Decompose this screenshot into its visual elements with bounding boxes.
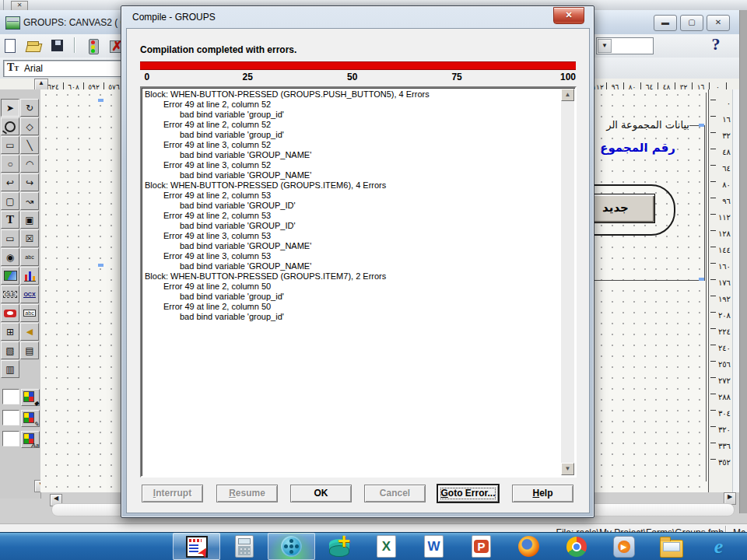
tool-arc-tool[interactable]: ◠ (20, 155, 39, 173)
scroll-down-icon[interactable]: ▼ (561, 463, 574, 475)
error-line[interactable]: Error 49 at line 2, column 50 (143, 302, 559, 312)
open-icon[interactable] (25, 37, 42, 54)
tool-ellipse-tool[interactable]: ○ (1, 155, 19, 173)
text-color-well-picker[interactable]: Aa (21, 431, 40, 448)
line-color-well[interactable] (2, 410, 19, 425)
tool-line-tool[interactable]: ╲ (20, 136, 39, 154)
tool-push-button-tool[interactable]: ▭ (1, 229, 19, 247)
taskbar-item-media-play[interactable] (600, 533, 647, 560)
error-line[interactable]: Block: WHEN-BUTTON-PRESSED (GROUPS.PUSH_… (143, 89, 559, 100)
tool-text-editor-tool[interactable]: ▤ (20, 341, 39, 359)
taskbar-item-media-player[interactable] (268, 533, 315, 560)
icon-glyph: X (382, 539, 391, 555)
tool-rotate-tool[interactable]: ↻ (20, 99, 39, 117)
taskbar-item-internet-explorer[interactable]: e (695, 533, 742, 560)
tool-tab-canvas-tool[interactable]: ▧ (1, 341, 19, 359)
line-color-well-picker[interactable]: ✎ (21, 410, 40, 427)
scroll-up-icon[interactable]: ▲ (561, 89, 574, 101)
tool-display-item-tool[interactable]: abc (20, 304, 39, 322)
palette-icon: ✎ (33, 421, 39, 428)
taskbar-item-firefox[interactable] (505, 533, 552, 560)
taskbar-item-explorer[interactable] (647, 533, 695, 560)
error-line[interactable]: Error 49 at line 2, column 53 (143, 191, 559, 201)
tool-display-eye-tool[interactable] (1, 304, 19, 322)
tool-sound-item-tool[interactable]: ◀ (20, 323, 39, 341)
taskbar-item-add-coins[interactable] (315, 533, 363, 560)
taskbar-item-excel[interactable]: X (363, 533, 410, 560)
taskbar-item-word[interactable]: W (410, 533, 458, 560)
tool-stacked-canvas-tool[interactable]: ▥ (1, 360, 19, 378)
taskbar-item-powerpoint[interactable]: P (458, 533, 505, 560)
error-line[interactable]: bad bind variable 'group_id' (143, 292, 559, 302)
font-select[interactable]: TT Arial (3, 60, 123, 77)
run-form-icon[interactable] (84, 37, 101, 54)
error-line[interactable]: bad bind variable 'group_id' (143, 130, 559, 140)
fill-color-well[interactable] (2, 389, 19, 404)
list-scrollbar[interactable]: ▲ ▼ (561, 89, 574, 475)
error-listbox[interactable]: Block: WHEN-BUTTON-PRESSED (GROUPS.PUSH_… (140, 86, 577, 478)
error-line[interactable]: Error 49 at line 2, column 52 (143, 120, 559, 130)
error-line[interactable]: bad bind variable 'GROUP_NAME' (143, 241, 559, 251)
error-line[interactable]: bad bind variable 'GROUP_ID' (143, 221, 559, 231)
maximize-button[interactable]: ▢ (680, 15, 703, 31)
error-line[interactable]: Error 49 at line 3, column 52 (143, 160, 559, 170)
error-line[interactable]: bad bind variable 'GROUP_NAME' (143, 170, 559, 180)
text-color-well[interactable] (2, 431, 19, 446)
error-line[interactable]: Error 49 at line 2, column 50 (143, 282, 559, 292)
tool-list-item-tool[interactable]: ⊞ (1, 323, 19, 341)
chevron-down-icon[interactable]: ▼ (598, 39, 612, 53)
polyline-tool-icon: ↩ (6, 177, 14, 188)
ok-button[interactable]: OK (290, 485, 352, 502)
tool-rectangle-tool[interactable]: ▭ (1, 136, 19, 154)
tool-image-item-tool[interactable] (1, 267, 19, 285)
tool-polygon-tool[interactable]: ↪ (20, 173, 39, 191)
display-eye-tool-icon (4, 310, 16, 317)
error-line[interactable]: Error 49 at line 3, column 53 (143, 231, 559, 241)
help-icon[interactable]: ? (707, 34, 725, 56)
save-icon[interactable] (49, 37, 66, 54)
tool-freehand-tool[interactable]: ↝ (20, 192, 39, 210)
taskbar-item-forms-builder[interactable] (173, 533, 220, 560)
excel-icon: X (377, 535, 396, 558)
tool-ole-container-tool[interactable]: OLE (1, 285, 19, 303)
error-line[interactable]: Error 49 at line 3, column 53 (143, 251, 559, 261)
error-line[interactable]: bad bind variable 'GROUP_NAME' (143, 150, 559, 160)
error-line[interactable]: Error 49 at line 2, column 53 (143, 211, 559, 221)
new-icon[interactable] (2, 37, 19, 54)
error-line[interactable]: Block: WHEN-BUTTON-PRESSED (GROUPS.ITEM6… (143, 180, 559, 191)
tool-magnify-tool[interactable] (1, 117, 19, 135)
tool-reshape-tool[interactable]: ◇ (20, 117, 39, 135)
fill-color-well-picker[interactable]: ◆ (21, 389, 40, 406)
tool-rounded-rect-tool[interactable]: ▢ (1, 192, 19, 210)
tool-text-item-tool[interactable]: abc (20, 248, 39, 266)
error-line[interactable]: bad bind variable 'group_id' (143, 110, 559, 120)
taskbar-item-calculator[interactable] (220, 533, 268, 560)
tool-frame-tool[interactable]: ▣ (20, 211, 39, 229)
tool-polyline-tool[interactable]: ↩ (1, 173, 19, 191)
error-line[interactable]: bad bind variable 'GROUP_ID' (143, 201, 559, 211)
explorer-icon (660, 540, 683, 558)
block-dropdown[interactable]: ▼ (596, 37, 654, 54)
tool-text-tool[interactable]: T (1, 211, 19, 229)
goto-error-button[interactable]: Goto Error... (437, 485, 499, 502)
help-button[interactable]: Help (512, 485, 573, 502)
tool-radio-button-tool[interactable]: ◉ (1, 248, 19, 266)
taskbar-item-chrome[interactable] (552, 533, 600, 560)
selection-handle[interactable] (699, 278, 704, 281)
tool-activex-control-tool[interactable]: OCX (20, 285, 39, 303)
selection-handle[interactable] (98, 99, 103, 102)
selection-handle[interactable] (98, 264, 103, 267)
error-line[interactable]: Error 49 at line 2, column 52 (143, 100, 559, 110)
close-button[interactable]: ✕ (707, 15, 730, 31)
tool-chart-item-tool[interactable] (20, 267, 39, 285)
tool-select-tool[interactable]: ➤ (1, 99, 19, 117)
error-line[interactable]: Block: WHEN-BUTTON-PRESSED (GROUPS.ITEM7… (143, 271, 559, 282)
ruler-label: ٣٠٤ (709, 409, 734, 425)
error-line[interactable]: bad bind variable 'GROUP_NAME' (143, 261, 559, 271)
error-line[interactable]: bad bind variable 'group_id' (143, 312, 559, 322)
tool-checkbox-tool[interactable]: ☒ (20, 229, 39, 247)
minimize-button[interactable]: ▬ (654, 15, 677, 31)
dialog-close-button[interactable]: ✕ (553, 7, 584, 24)
selection-handle[interactable] (699, 124, 704, 127)
error-line[interactable]: Error 49 at line 3, column 52 (143, 140, 559, 150)
